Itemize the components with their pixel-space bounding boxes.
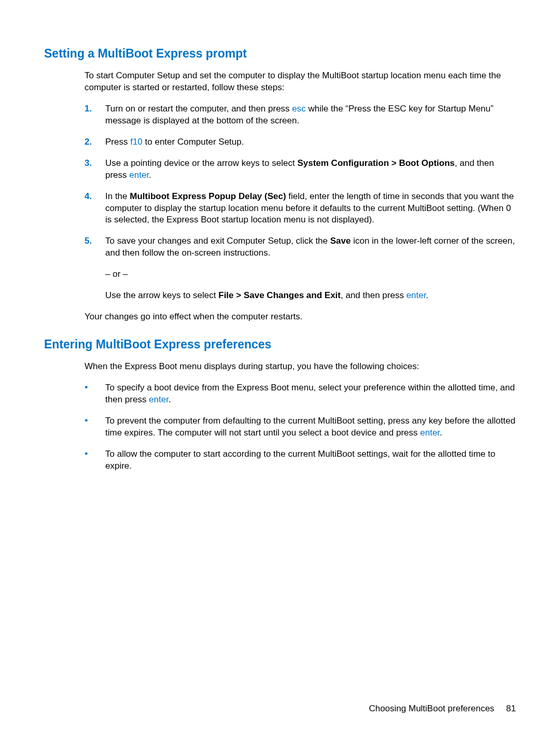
text-run: . [149,170,151,180]
text-run: . [440,428,442,438]
section-1-outro: Your changes go into effect when the com… [85,311,516,323]
step-sub: – or – [105,269,516,280]
section-1-intro: To start Computer Setup and set the comp… [85,70,516,94]
section-2-heading: Entering MultiBoot Express preferences [44,338,516,352]
text-run: Use the arrow keys to select [105,290,218,300]
step-item: 2.Press f10 to enter Computer Setup. [85,136,516,148]
text-run: , and then press [341,290,407,300]
bold-text: File > Save Changes and Exit [218,290,341,300]
step-body: To save your changes and exit Computer S… [105,235,516,259]
footer-label: Choosing MultiBoot preferences [369,704,494,713]
text-run: . [426,290,428,300]
section-2-bullets: To specify a boot device from the Expres… [85,382,516,472]
step-item: 4.In the Multiboot Express Popup Delay (… [85,191,516,227]
step-number: 4. [85,191,92,203]
step-number: 1. [85,103,92,115]
key-text: esc [292,104,305,114]
step-body: Turn on or restart the computer, and the… [105,103,516,127]
bold-text: Save [330,236,351,246]
key-text: enter [420,428,440,438]
key-text: f10 [130,137,143,147]
step-item: 3.Use a pointing device or the arrow key… [85,158,516,181]
section-1-steps: 1.Turn on or restart the computer, and t… [85,103,516,302]
key-text: enter [407,290,426,300]
text-run: . [169,395,171,404]
text-run: To prevent the computer from defaulting … [105,416,515,438]
bold-text: Multiboot Express Popup Delay (Sec) [130,191,286,201]
page-footer: Choosing MultiBoot preferences 81 [369,704,516,714]
step-item: 1.Turn on or restart the computer, and t… [85,103,516,127]
bold-text: System Configuration > Boot Options [297,158,455,168]
step-number: 5. [85,235,92,247]
bullet-item: To prevent the computer from defaulting … [85,415,516,439]
step-body: In the Multiboot Express Popup Delay (Se… [105,191,516,227]
step-item: 5.To save your changes and exit Computer… [85,235,516,302]
key-text: enter [149,395,169,404]
step-number: 3. [85,158,92,170]
text-run: Use a pointing device or the arrow keys … [105,158,297,168]
section-2-intro: When the Express Boot menu displays duri… [85,361,516,373]
step-number: 2. [85,136,92,148]
text-run: Press [105,137,130,147]
text-run: To allow the computer to start according… [105,449,495,471]
step-body: Use a pointing device or the arrow keys … [105,158,516,181]
footer-page-number: 81 [506,704,516,713]
text-run: In the [105,191,130,201]
text-run: to enter Computer Setup. [143,137,244,147]
text-run: To save your changes and exit Computer S… [105,236,330,246]
text-run: – or – [105,269,128,279]
bullet-item: To allow the computer to start according… [85,448,516,472]
document-page: Setting a MultiBoot Express prompt To st… [0,0,560,472]
text-run: Turn on or restart the computer, and the… [105,104,292,114]
bullet-item: To specify a boot device from the Expres… [85,382,516,406]
key-text: enter [129,170,149,180]
section-1-heading: Setting a MultiBoot Express prompt [44,47,516,61]
step-body: Press f10 to enter Computer Setup. [105,136,516,148]
step-sub: Use the arrow keys to select File > Save… [105,290,516,302]
